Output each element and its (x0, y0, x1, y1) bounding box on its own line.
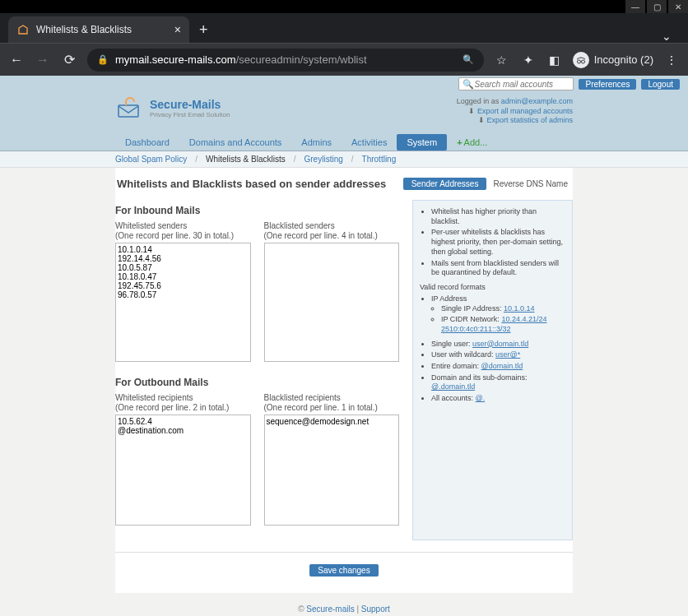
main-nav: Dashboard Domains and Accounts Admins Ac… (0, 126, 688, 151)
page-footer: © Secure-mails | Support (0, 593, 688, 616)
top-strip: 🔍 Preferences Logout (0, 76, 688, 92)
subnav-greylisting[interactable]: Greylisting (304, 155, 343, 164)
nav-domains-accounts[interactable]: Domains and Accounts (179, 134, 292, 151)
example-single-ip[interactable]: 10.1.0.14 (504, 304, 535, 313)
valid-formats-heading: Valid record formats (420, 283, 565, 291)
search-in-page-icon[interactable]: 🔍 (463, 54, 474, 65)
example-all-accounts[interactable]: @. (476, 394, 486, 402)
footer-support-link[interactable]: Support (361, 604, 390, 614)
subnav-whitelists-blacklists[interactable]: Whitelists & Blacklists (206, 155, 286, 164)
incognito-icon (573, 52, 589, 68)
whitelisted-senders-label: Whitelisted senders (One record per line… (115, 221, 251, 241)
download-icon: ⬇ (478, 116, 485, 124)
tabs-dropdown-icon[interactable]: ⌄ (645, 30, 688, 43)
example-wildcard[interactable]: user@* (495, 350, 520, 359)
brand-tagline: Privacy First Email Solution (150, 111, 230, 118)
extensions-icon[interactable]: ✦ (520, 53, 537, 67)
tab-title: Whitelists & Blacklists (36, 24, 168, 35)
blacklisted-senders-input[interactable] (264, 243, 400, 362)
back-button[interactable]: ← (8, 53, 25, 67)
url-text: mymail.secure-mails.com/secureadmin/syst… (115, 53, 456, 66)
new-tab-button[interactable]: + (189, 16, 218, 43)
reload-button[interactable]: ⟳ (61, 52, 77, 67)
browser-tab[interactable]: Whitelists & Blacklists × (8, 16, 189, 43)
account-search-input[interactable] (474, 80, 569, 89)
bookmark-icon[interactable]: ☆ (494, 53, 510, 67)
page-header-area: 🔍 Preferences Logout Secure-Mails Privac… (0, 76, 688, 151)
window-controls: — ▢ ✕ (0, 0, 688, 13)
close-window-button[interactable]: ✕ (668, 0, 688, 13)
page-title: Whitelists and Blacklists based on sende… (117, 178, 386, 190)
subnav-throttling[interactable]: Throttling (362, 155, 397, 164)
footer-brand-link[interactable]: Secure-mails (306, 604, 354, 614)
account-search[interactable]: 🔍 (458, 77, 574, 90)
whitelisted-recipients-input[interactable] (115, 415, 251, 526)
incognito-badge[interactable]: Incognito (2) (573, 52, 653, 68)
nav-add[interactable]: Add... (447, 134, 497, 151)
nav-dashboard[interactable]: Dashboard (115, 134, 179, 151)
svg-point-1 (581, 60, 584, 63)
help-panel: Whitelist has higher priority than black… (412, 200, 573, 540)
blacklisted-recipients-input[interactable] (264, 415, 400, 526)
search-icon: 🔍 (463, 79, 474, 90)
logout-button[interactable]: Logout (641, 79, 680, 90)
blacklisted-senders-label: Blacklisted senders (One record per line… (264, 221, 400, 241)
example-entire-domain[interactable]: @domain.tld (481, 362, 523, 370)
incognito-label: Incognito (2) (594, 53, 653, 66)
account-info: Logged in as admin@example.com ⬇ Export … (457, 97, 573, 126)
sender-addresses-button[interactable]: Sender Addresses (403, 178, 487, 190)
browser-tab-bar: Whitelists & Blacklists × + ⌄ (0, 13, 688, 43)
outbound-section-title: For Outbound Mails (115, 377, 399, 388)
example-cidr[interactable]: 10.24.4.21/24 (501, 315, 546, 323)
tab-close-icon[interactable]: × (174, 23, 181, 36)
blacklisted-recipients-label: Blacklisted recipients (One record per l… (264, 393, 400, 413)
nav-admins[interactable]: Admins (291, 134, 342, 151)
save-button[interactable]: Save changes (309, 564, 378, 577)
svg-rect-2 (119, 105, 138, 117)
nav-system[interactable]: System (397, 134, 447, 151)
content-area: Whitelists and Blacklists based on sende… (115, 168, 573, 593)
export-admins-link[interactable]: Export statistics of admins (486, 116, 573, 124)
export-accounts-link[interactable]: Export all managed accounts (477, 107, 573, 115)
reverse-dns-link[interactable]: Reverse DNS Name (490, 178, 571, 190)
sub-nav: Global Spam Policy / Whitelists & Blackl… (0, 151, 688, 168)
brand-logo-icon (115, 97, 145, 118)
address-bar[interactable]: 🔒 mymail.secure-mails.com/secureadmin/sy… (87, 49, 484, 72)
whitelisted-recipients-label: Whitelisted recipients (One record per l… (115, 393, 251, 413)
example-single-user[interactable]: user@domain.tld (472, 340, 528, 348)
brand[interactable]: Secure-Mails Privacy First Email Solutio… (115, 97, 230, 118)
download-icon: ⬇ (468, 107, 475, 115)
menu-icon[interactable]: ⋮ (663, 53, 680, 67)
side-panel-icon[interactable]: ◧ (546, 53, 563, 67)
logged-in-user-link[interactable]: admin@example.com (501, 97, 573, 105)
preferences-button[interactable]: Preferences (579, 79, 636, 90)
subnav-global-spam[interactable]: Global Spam Policy (115, 155, 187, 164)
forward-button[interactable]: → (35, 53, 51, 67)
svg-point-0 (577, 60, 580, 63)
whitelisted-senders-input[interactable] (115, 243, 251, 362)
minimize-button[interactable]: — (625, 0, 645, 13)
brand-row: Secure-Mails Privacy First Email Solutio… (0, 92, 688, 126)
browser-toolbar: ← → ⟳ 🔒 mymail.secure-mails.com/securead… (0, 43, 688, 76)
lock-icon: 🔒 (97, 54, 109, 65)
maximize-button[interactable]: ▢ (647, 0, 667, 13)
tab-favicon (16, 23, 30, 36)
inbound-section-title: For Inbound Mails (115, 205, 399, 216)
example-cidr6[interactable]: 2510:0:4c0:211::3/32 (441, 325, 511, 333)
brand-name: Secure-Mails (150, 98, 230, 111)
example-subdomains[interactable]: @.domain.tld (431, 382, 475, 391)
nav-activities[interactable]: Activities (342, 134, 397, 151)
